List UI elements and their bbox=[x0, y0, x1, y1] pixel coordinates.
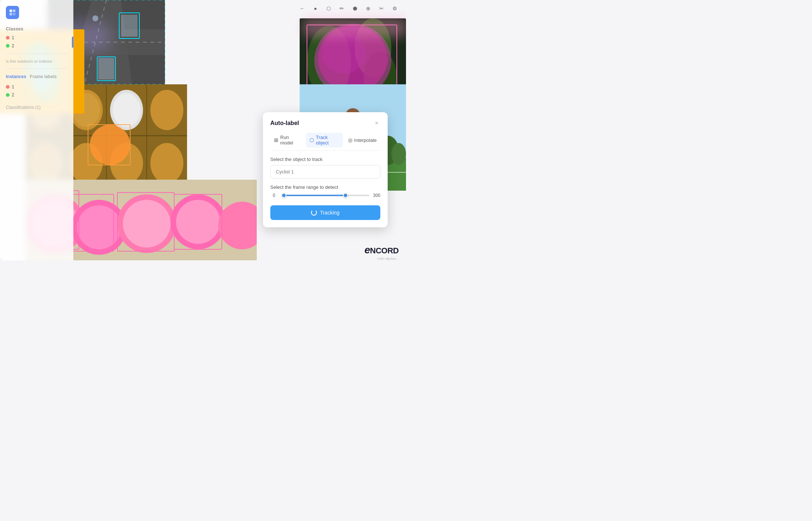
encord-logo: eNCORD bbox=[365, 244, 399, 256]
class-label-2: 2 bbox=[12, 43, 14, 48]
sidebar: Classes 1 2 is this outdoors or indoors … bbox=[0, 0, 73, 260]
encord-credit: CSDn @jcfsze... bbox=[377, 257, 399, 260]
object-track-input[interactable] bbox=[270, 165, 380, 179]
tracking-button[interactable]: Tracking bbox=[270, 205, 380, 220]
svg-rect-3 bbox=[13, 13, 15, 15]
bg-pink-blur bbox=[303, 18, 406, 37]
tab-run-model[interactable]: ⊞ Run model bbox=[270, 133, 304, 147]
svg-rect-13 bbox=[98, 58, 114, 80]
tab-track-object[interactable]: ⬡ Track object bbox=[306, 133, 343, 147]
svg-rect-0 bbox=[10, 10, 12, 12]
tab-interpolate[interactable]: ◎ Interpolate bbox=[344, 133, 380, 147]
tracking-button-label: Tracking bbox=[320, 210, 339, 216]
svg-point-14 bbox=[92, 15, 98, 21]
range-min-value: 0 bbox=[270, 193, 278, 198]
interpolate-icon: ◎ bbox=[348, 137, 352, 143]
panel-header: Auto-label × bbox=[270, 120, 380, 127]
class-item-2: 2 bbox=[6, 43, 67, 48]
svg-rect-11 bbox=[121, 15, 138, 37]
auto-label-panel: Auto-label × ⊞ Run model ⬡ Track object … bbox=[263, 112, 388, 227]
svg-point-44 bbox=[90, 125, 130, 165]
instance-item-2: 2 bbox=[6, 92, 67, 98]
encord-logo-text: NCORD bbox=[370, 246, 399, 255]
toolbar-icon-cursor[interactable]: ● bbox=[311, 4, 319, 12]
instance-item-1: 1 bbox=[6, 84, 67, 89]
tab-frame-labels[interactable]: Frame labels bbox=[30, 74, 56, 79]
run-model-icon: ⊞ bbox=[274, 137, 278, 143]
panel-title: Auto-label bbox=[270, 120, 299, 126]
tab-interpolate-label: Interpolate bbox=[354, 137, 377, 143]
panel-tabs: ⊞ Run model ⬡ Track object ◎ Interpolate bbox=[270, 133, 380, 151]
svg-point-26 bbox=[322, 33, 366, 73]
sidebar-divider-2 bbox=[6, 69, 67, 69]
toolbar-icon-settings[interactable]: ⚙ bbox=[391, 4, 399, 12]
toolbar-icon-back[interactable]: ← bbox=[298, 4, 306, 12]
object-track-label: Select the object to track bbox=[270, 157, 380, 162]
frame-range-row: 0 300 bbox=[270, 193, 380, 198]
svg-point-43 bbox=[150, 143, 183, 183]
svg-point-51 bbox=[391, 143, 406, 165]
tab-track-object-label: Track object bbox=[316, 135, 339, 146]
toolbar-icon-point[interactable]: ⊕ bbox=[364, 4, 372, 12]
svg-rect-2 bbox=[10, 13, 12, 15]
toolbar-icon-box[interactable]: ⬡ bbox=[325, 4, 333, 12]
frame-range-label: Select the frame range to detect bbox=[270, 184, 380, 190]
toolbar-icon-pencil[interactable]: ✏ bbox=[338, 4, 346, 12]
instance-dot-green bbox=[6, 93, 10, 97]
svg-point-80 bbox=[176, 200, 220, 244]
range-max-value: 300 bbox=[373, 193, 380, 198]
range-slider[interactable] bbox=[281, 195, 369, 196]
panel-close-button[interactable]: × bbox=[373, 120, 380, 127]
svg-point-76 bbox=[77, 205, 121, 249]
top-toolbar: ← ● ⬡ ✏ ⬟ ⊕ ✂ ⚙ bbox=[298, 4, 399, 12]
app-logo-icon[interactable] bbox=[6, 6, 19, 19]
track-object-icon: ⬡ bbox=[310, 137, 314, 143]
range-thumb-left[interactable] bbox=[281, 193, 286, 198]
tracking-spinner-icon bbox=[311, 210, 317, 216]
instance-count-2: 2 bbox=[12, 92, 14, 98]
svg-point-38 bbox=[113, 93, 140, 127]
instance-dot-red bbox=[6, 85, 10, 89]
class-item-1: 1 bbox=[6, 35, 67, 40]
sidebar-question: is this outdoors or indoors bbox=[6, 59, 67, 63]
svg-rect-1 bbox=[13, 10, 15, 12]
sidebar-active-indicator bbox=[72, 37, 73, 48]
classifications-label: Classifications (1) bbox=[6, 105, 41, 110]
tab-instances[interactable]: Instances bbox=[6, 74, 26, 79]
toolbar-icon-scissors[interactable]: ✂ bbox=[377, 4, 385, 12]
svg-point-39 bbox=[150, 90, 183, 130]
toolbar-icon-polygon[interactable]: ⬟ bbox=[351, 4, 359, 12]
class-dot-green bbox=[6, 44, 10, 48]
tab-run-model-label: Run model bbox=[280, 135, 301, 146]
instance-tabs: Instances Frame labels bbox=[6, 74, 67, 79]
class-label-1: 1 bbox=[12, 35, 14, 40]
svg-point-78 bbox=[123, 200, 171, 247]
class-dot-red bbox=[6, 36, 10, 40]
instance-count-1: 1 bbox=[12, 84, 14, 89]
range-thumb-right[interactable] bbox=[343, 193, 348, 198]
classes-section-title: Classes bbox=[6, 26, 67, 32]
sidebar-divider-1 bbox=[6, 54, 67, 54]
classifications-section: Classifications (1) bbox=[6, 105, 67, 110]
